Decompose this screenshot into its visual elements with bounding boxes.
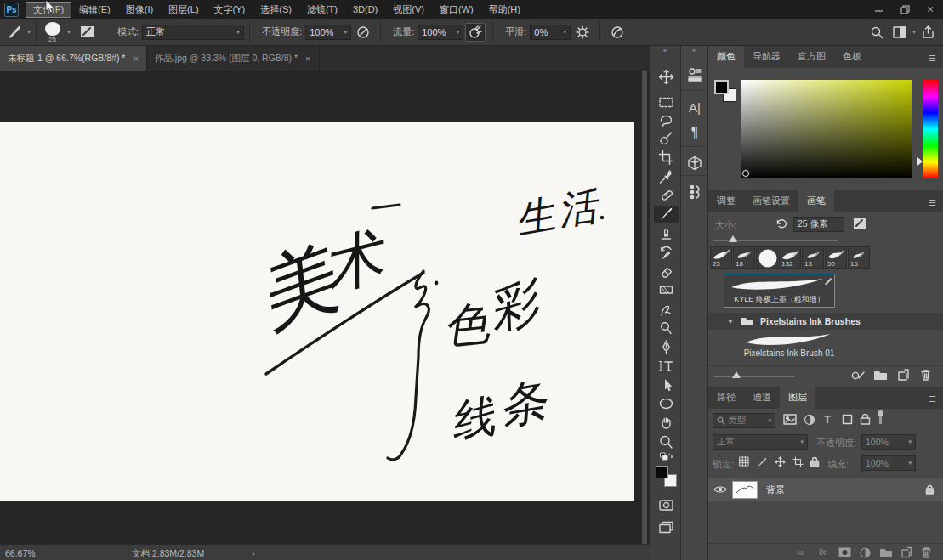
minimize-button[interactable]	[866, 0, 892, 19]
layers-opacity-field[interactable]: 100%▾	[861, 434, 916, 450]
tool-preset-caret-icon[interactable]: ▾	[27, 28, 31, 36]
tab-paths[interactable]: 路径	[708, 387, 744, 409]
flow-dropdown[interactable]: 100%▾	[418, 25, 463, 40]
layer-style-fx-icon[interactable]: fx	[819, 546, 827, 557]
filter-shape-layers-icon[interactable]	[842, 414, 853, 425]
brush-preset-18[interactable]: 18	[733, 246, 755, 269]
link-layers-icon[interactable]: ∞	[797, 546, 804, 558]
tab-swatches[interactable]: 色板	[834, 46, 870, 68]
lock-transparency-icon[interactable]	[739, 456, 750, 467]
default-colors-icon[interactable]	[654, 452, 679, 462]
brush-preset-13[interactable]: 13	[802, 246, 824, 269]
menu-select[interactable]: 选择(S)	[253, 2, 299, 18]
tab-brush-settings[interactable]: 画笔设置	[744, 190, 798, 212]
workspace-caret-icon[interactable]: ▾	[912, 28, 916, 36]
tab-close-icon[interactable]: ×	[305, 54, 310, 64]
blend-mode-dropdown-layers[interactable]: 正常▾	[713, 434, 808, 450]
dock-collapse-icon[interactable]: «	[681, 47, 707, 54]
layer-thumbnail[interactable]	[732, 481, 758, 499]
brush-preset-50[interactable]: 50	[825, 246, 847, 269]
smudge-tool[interactable]	[654, 301, 679, 318]
brush-group-row[interactable]: ▼ Pixelstains Ink Brushes	[708, 313, 943, 330]
restore-button[interactable]	[892, 0, 917, 19]
tab-brushes[interactable]: 画笔	[798, 190, 834, 212]
new-group-icon[interactable]	[879, 547, 893, 557]
smoothing-options-gear-button[interactable]	[572, 23, 593, 42]
shape-tool[interactable]	[654, 395, 679, 412]
menu-window[interactable]: 窗口(W)	[432, 2, 481, 18]
menu-image[interactable]: 图像(I)	[118, 2, 161, 18]
fill-field[interactable]: 100%▾	[861, 455, 916, 471]
lock-position-icon[interactable]	[775, 456, 786, 467]
foreground-color-swatch[interactable]	[656, 466, 668, 478]
layer-visibility-eye-icon[interactable]	[713, 484, 727, 495]
quick-selection-tool[interactable]	[654, 130, 679, 147]
document-canvas[interactable]: 美 术 生 活 色 彩 线 条	[0, 122, 634, 501]
blend-mode-dropdown[interactable]: 正常▾	[142, 25, 244, 40]
tab-close-icon[interactable]: ×	[133, 54, 138, 64]
stroke-preview-slider[interactable]	[713, 376, 795, 377]
brush-size-slider-thumb[interactable]	[729, 235, 737, 242]
zoom-level[interactable]: 66.67%	[5, 548, 36, 558]
filter-type-layers-icon[interactable]: T	[824, 413, 831, 426]
type-tool[interactable]	[654, 357, 679, 374]
hue-slider-arrow-icon[interactable]	[917, 157, 923, 166]
menu-edit[interactable]: 编辑(E)	[71, 2, 118, 18]
new-group-folder-icon[interactable]	[873, 370, 888, 381]
stroke-preview-slider-thumb[interactable]	[732, 371, 741, 378]
search-icon[interactable]	[866, 23, 887, 42]
panel-menu-icon[interactable]: ☰	[922, 390, 943, 409]
brush-tool[interactable]	[654, 206, 679, 223]
toggle-brush-settings-button[interactable]	[77, 23, 98, 42]
brush-settings-toggle-icon[interactable]	[853, 218, 867, 230]
brush-picker-caret-icon[interactable]: ▾	[67, 28, 71, 36]
tab-navigator[interactable]: 导航器	[744, 46, 789, 68]
lasso-tool[interactable]	[654, 111, 679, 128]
tab-channels[interactable]: 通道	[744, 387, 780, 409]
lock-artboard-icon[interactable]	[792, 456, 804, 467]
opacity-dropdown[interactable]: 100%▾	[305, 25, 351, 40]
pressure-opacity-button[interactable]	[353, 23, 373, 42]
screen-mode-button[interactable]	[654, 518, 679, 535]
3d-panel-icon[interactable]	[684, 153, 706, 173]
new-brush-icon[interactable]	[897, 369, 910, 382]
marquee-tool[interactable]	[654, 93, 679, 110]
brush-preset-132[interactable]: 132	[779, 246, 801, 269]
menu-view[interactable]: 视图(V)	[385, 2, 432, 18]
toolbar-collapse-icon[interactable]: «	[650, 47, 680, 54]
quick-mask-button[interactable]	[654, 496, 679, 513]
paragraph-panel-icon[interactable]: ¶	[684, 122, 706, 143]
reset-size-icon[interactable]	[775, 218, 787, 229]
panel-menu-icon[interactable]: ☰	[922, 49, 943, 68]
filter-pixel-layers-icon[interactable]	[783, 414, 797, 425]
spot-healing-brush-tool[interactable]	[654, 187, 679, 204]
menu-filter[interactable]: 滤镜(T)	[299, 2, 345, 18]
libraries-panel-icon[interactable]	[684, 65, 706, 85]
close-button[interactable]: ×	[917, 0, 943, 19]
tab-color[interactable]: 颜色	[708, 46, 744, 68]
layer-filter-type-dropdown[interactable]: 类型▾	[713, 413, 775, 428]
document-tab-untitled[interactable]: 未标题-1 @ 66.7%(RGB/8#) * ×	[0, 46, 147, 71]
status-arrow-icon[interactable]: ›	[252, 548, 255, 558]
canvas-vertical-scrollbar[interactable]	[642, 71, 647, 544]
brush-preset-25[interactable]: 25	[710, 246, 732, 269]
canvas-pasteboard[interactable]: 美 术 生 活 色 彩 线 条	[0, 71, 634, 544]
delete-brush-trash-icon[interactable]	[920, 369, 931, 381]
selected-brush-tile[interactable]: KYLE 终极上墨（粗和细）	[724, 274, 835, 308]
move-tool[interactable]	[654, 68, 679, 85]
brush-preset-round[interactable]	[756, 246, 778, 269]
brush-preset-15[interactable]: 15	[848, 246, 870, 269]
clone-stamp-tool[interactable]	[654, 225, 679, 242]
brush-item[interactable]: Pixelstains Ink Brush 01	[708, 330, 943, 364]
lock-pixels-brush-icon[interactable]	[757, 456, 768, 467]
tab-histogram[interactable]: 直方图	[789, 46, 834, 68]
foreground-swatch[interactable]	[714, 80, 729, 94]
tab-layers[interactable]: 图层	[780, 387, 815, 409]
dodge-tool[interactable]	[654, 320, 679, 337]
eyedropper-tool[interactable]	[654, 168, 679, 185]
filter-adjustment-layers-icon[interactable]	[804, 414, 815, 426]
filter-smart-objects-icon[interactable]	[860, 414, 871, 425]
hand-tool[interactable]	[654, 414, 679, 431]
brush-size-field[interactable]: 25 像素	[793, 217, 844, 232]
foreground-background-swatches[interactable]	[656, 466, 678, 489]
